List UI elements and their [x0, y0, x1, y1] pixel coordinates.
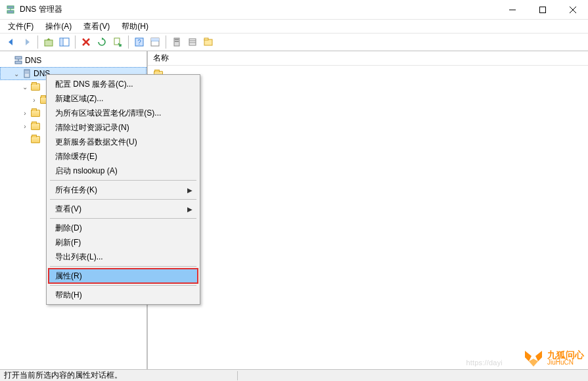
cm-clear-cache[interactable]: 清除缓存(E): [49, 149, 198, 164]
watermark-cn: 九狐问心: [547, 350, 584, 359]
window-controls: [497, 0, 588, 20]
context-menu: 配置 DNS 服务器(C)... 新建区域(Z)... 为所有区域设置老化/清理…: [46, 74, 200, 305]
cm-aging-scavenging[interactable]: 为所有区域设置老化/清理(S)...: [49, 106, 198, 120]
cm-view[interactable]: 查看(V)▶: [49, 202, 198, 216]
cm-refresh[interactable]: 刷新(F): [49, 235, 198, 250]
cm-label: 查看(V): [55, 204, 81, 215]
expander-open-icon[interactable]: ⌄: [12, 70, 20, 78]
menu-help[interactable]: 帮助(H): [118, 20, 152, 34]
cm-delete[interactable]: 删除(D): [49, 221, 198, 235]
refresh-button[interactable]: [95, 35, 109, 49]
filter-button[interactable]: [201, 35, 215, 49]
status-separator: [237, 371, 238, 380]
titlebar: DNS 管理器: [0, 0, 588, 20]
svg-rect-0: [7, 6, 14, 9]
svg-rect-21: [175, 41, 179, 42]
watermark-en: JiuHuCN: [547, 359, 584, 366]
toolbar-separator: [37, 35, 38, 49]
status-text: 打开当前所选内容的属性对话框。: [4, 370, 122, 381]
svg-rect-10: [60, 39, 62, 45]
svg-rect-28: [15, 61, 22, 64]
cm-label: 导出列表(L)...: [55, 252, 103, 263]
submenu-arrow-icon: ▶: [187, 206, 192, 213]
forward-button[interactable]: [20, 35, 34, 49]
toolbar-separator: [75, 35, 76, 49]
cm-scavenge-stale[interactable]: 清除过时资源记录(N): [49, 120, 198, 135]
list-item[interactable]: [153, 68, 583, 80]
expander-closed-icon[interactable]: ›: [21, 123, 29, 130]
cm-separator: [50, 218, 196, 219]
tree-root-label: DNS: [25, 56, 41, 65]
watermark: 九狐问心 JiuHuCN: [522, 347, 584, 369]
statusbar: 打开当前所选内容的属性对话框。: [0, 369, 588, 381]
properties-button[interactable]: [148, 35, 162, 49]
expander-closed-icon[interactable]: ›: [30, 97, 38, 104]
close-button[interactable]: [558, 0, 588, 20]
up-button[interactable]: [41, 35, 56, 49]
cm-separator: [50, 266, 196, 267]
window-title: DNS 管理器: [20, 4, 62, 15]
cm-help[interactable]: 帮助(H): [49, 288, 198, 302]
folder-icon: [30, 108, 41, 118]
submenu-arrow-icon: ▶: [187, 187, 192, 194]
column-header-name[interactable]: 名称: [153, 53, 169, 64]
svg-rect-27: [15, 56, 22, 59]
svg-text:?: ?: [137, 39, 141, 46]
cm-launch-nslookup[interactable]: 启动 nslookup (A): [49, 164, 198, 178]
cm-label: 启动 nslookup (A): [55, 166, 118, 177]
cm-separator: [50, 285, 196, 286]
svg-rect-32: [25, 72, 29, 74]
cm-properties[interactable]: 属性(R): [49, 269, 198, 283]
toolbar: ?: [0, 33, 588, 51]
new-server-button[interactable]: [170, 35, 184, 49]
dns-root-icon: [13, 55, 24, 66]
svg-rect-22: [189, 39, 196, 45]
menubar: 文件(F) 操作(A) 查看(V) 帮助(H): [0, 20, 588, 33]
delete-button[interactable]: [79, 35, 93, 49]
expander-closed-icon[interactable]: ›: [21, 110, 29, 117]
menu-view[interactable]: 查看(V): [79, 20, 114, 34]
svg-rect-1: [7, 11, 14, 13]
cm-separator: [50, 180, 196, 181]
toolbar-separator: [166, 35, 166, 49]
cm-label: 清除缓存(E): [55, 151, 97, 162]
cm-label: 新建区域(Z)...: [55, 93, 103, 104]
folder-icon: [30, 81, 41, 92]
cm-label: 刷新(F): [55, 237, 81, 248]
svg-rect-4: [540, 7, 546, 13]
cm-label: 更新服务器数据文件(U): [55, 137, 137, 148]
expander-open-icon[interactable]: ⌄: [21, 83, 29, 91]
help-button[interactable]: ?: [132, 35, 147, 49]
cm-label: 帮助(H): [55, 290, 82, 301]
cm-new-zone[interactable]: 新建区域(Z)...: [49, 91, 198, 106]
maximize-button[interactable]: [528, 0, 558, 20]
cm-label: 配置 DNS 服务器(C)...: [55, 79, 133, 90]
cm-configure-dns[interactable]: 配置 DNS 服务器(C)...: [49, 77, 198, 91]
cm-export-list[interactable]: 导出列表(L)...: [49, 250, 198, 264]
tree-root-dns[interactable]: DNS: [0, 54, 147, 67]
new-zone-button[interactable]: [185, 35, 200, 49]
watermark-text: 九狐问心 JiuHuCN: [547, 350, 584, 366]
folder-icon: [30, 134, 41, 145]
cm-all-tasks[interactable]: 所有任务(K)▶: [49, 183, 198, 197]
list-header[interactable]: 名称: [148, 51, 588, 66]
show-hide-tree-button[interactable]: [57, 35, 72, 49]
svg-rect-20: [175, 39, 179, 40]
app-icon: [5, 5, 16, 15]
list-pane: 名称: [148, 51, 588, 369]
export-button[interactable]: [110, 35, 125, 49]
cm-label: 删除(D): [55, 223, 82, 234]
svg-rect-31: [25, 70, 29, 72]
svg-rect-18: [151, 38, 159, 41]
minimize-button[interactable]: [497, 0, 528, 20]
menu-action[interactable]: 操作(A): [41, 20, 76, 34]
toolbar-separator: [128, 35, 129, 49]
cm-label: 为所有区域设置老化/清理(S)...: [55, 108, 161, 119]
cm-label: 所有任务(K): [55, 185, 97, 196]
cm-update-server-data[interactable]: 更新服务器数据文件(U): [49, 135, 198, 149]
menu-file[interactable]: 文件(F): [4, 20, 37, 34]
svg-rect-26: [204, 38, 208, 40]
back-button[interactable]: [4, 35, 18, 49]
list-body[interactable]: [148, 66, 588, 369]
svg-rect-7: [45, 40, 53, 46]
